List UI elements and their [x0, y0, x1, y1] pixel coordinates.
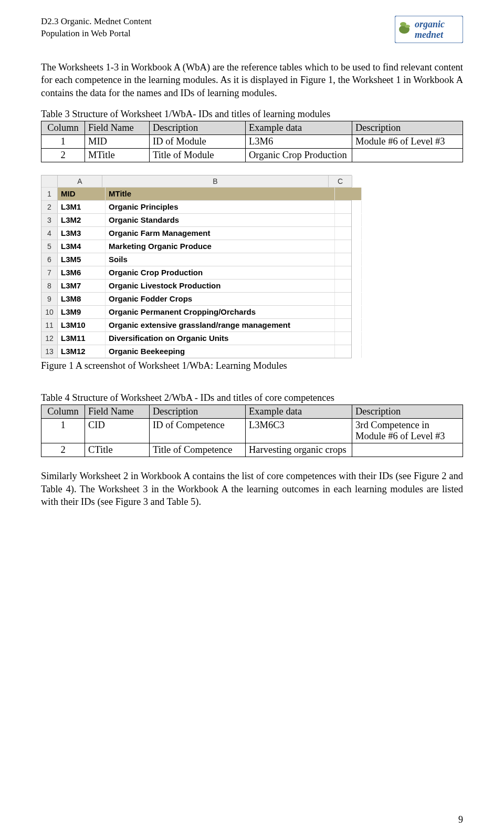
- excel-cell: Organic extensive grassland/range manage…: [106, 319, 335, 332]
- excel-cell: L3M1: [58, 201, 106, 213]
- cell: 1: [41, 419, 85, 443]
- excel-data-row: 5L3M4Marketing Organic Produce: [41, 240, 351, 253]
- table-row: 1 MID ID of Module L3M6 Module #6 of Lev…: [41, 135, 463, 149]
- excel-cell: L3M4: [58, 240, 106, 253]
- excel-screenshot: A B C 1 MID MTitle 2L3M1Organic Principl…: [41, 175, 352, 358]
- table-row: 2 CTitle Title of Competence Harvesting …: [41, 443, 463, 457]
- excel-rownum: 5: [41, 240, 58, 253]
- excel-cell: [335, 188, 362, 200]
- excel-cell: Diversification on Organic Units: [106, 332, 335, 345]
- excel-data-row: 13L3M12Organic Beekeeping: [41, 345, 351, 358]
- excel-data-row: 6L3M5Soils: [41, 253, 351, 266]
- cell: CTitle: [85, 443, 150, 457]
- header-line1: D2.3 Organic. Mednet Content: [41, 16, 152, 28]
- table4-h0: Column: [41, 405, 85, 419]
- cell: L3M6: [246, 135, 352, 149]
- table4-h1: Field Name: [85, 405, 150, 419]
- excel-cell: MTitle: [106, 188, 335, 200]
- table3-header-row: Column Field Name Description Example da…: [41, 121, 463, 135]
- excel-cell: Organic Livestock Production: [106, 279, 335, 292]
- cell: L3M6C3: [246, 419, 352, 443]
- cell: Harvesting organic crops: [246, 443, 352, 457]
- table3-h1: Field Name: [85, 121, 150, 135]
- header-line2: Population in Web Portal: [41, 28, 152, 40]
- table3: Column Field Name Description Example da…: [41, 121, 463, 162]
- excel-data-row: 8L3M7Organic Livestock Production: [41, 279, 351, 293]
- excel-cell: Soils: [106, 253, 335, 266]
- excel-rownum: 7: [41, 266, 58, 279]
- excel-cell: [335, 266, 362, 279]
- excel-cell: L3M7: [58, 279, 106, 292]
- cell: Title of Competence: [150, 443, 246, 457]
- cell: 1: [41, 135, 85, 149]
- page-header: D2.3 Organic. Mednet Content Population …: [41, 16, 463, 43]
- excel-cell: Organic Standards: [106, 214, 335, 226]
- cell: ID of Competence: [150, 419, 246, 443]
- excel-rownum: 10: [41, 306, 58, 318]
- excel-cell: [335, 319, 362, 332]
- excel-row-1: 1 MID MTitle: [41, 188, 351, 201]
- table4-h2: Description: [150, 405, 246, 419]
- table3-h2: Description: [150, 121, 246, 135]
- excel-data-row: 2L3M1Organic Principles: [41, 201, 351, 214]
- table3-caption: Table 3 Structure of Worksheet 1/WbA- ID…: [41, 109, 463, 120]
- excel-cell: L3M5: [58, 253, 106, 266]
- paragraph-2: Similarly Worksheet 2 in Workbook A cont…: [41, 470, 463, 508]
- header-title: D2.3 Organic. Mednet Content Population …: [41, 16, 152, 40]
- excel-corner: [41, 175, 58, 187]
- excel-cell: Organic Farm Management: [106, 227, 335, 240]
- excel-cell: MID: [58, 188, 106, 200]
- cell: MTitle: [85, 149, 150, 162]
- excel-data-row: 11L3M10Organic extensive grassland/range…: [41, 319, 351, 332]
- cell: [352, 149, 463, 162]
- table3-h3: Example data: [246, 121, 352, 135]
- excel-cell: L3M9: [58, 306, 106, 318]
- excel-data-row: 9L3M8Organic Fodder Crops: [41, 293, 351, 306]
- excel-cell: L3M8: [58, 293, 106, 305]
- excel-rownum: 13: [41, 345, 58, 358]
- excel-cell: Organic Beekeeping: [106, 345, 335, 358]
- excel-cell: Organic Permanent Cropping/Orchards: [106, 306, 335, 318]
- excel-data-row: 10L3M9Organic Permanent Cropping/Orchard…: [41, 306, 351, 319]
- table-row: 2 MTitle Title of Module Organic Crop Pr…: [41, 149, 463, 162]
- excel-rownum: 9: [41, 293, 58, 305]
- excel-colhdr-a: A: [58, 175, 102, 187]
- table-row: 1 CID ID of Competence L3M6C3 3rd Compet…: [41, 419, 463, 443]
- page-number: 9: [458, 814, 463, 825]
- cell: ID of Module: [150, 135, 246, 149]
- logo: organic mednet: [395, 16, 463, 43]
- cell: Module #6 of Level #3: [352, 135, 463, 149]
- cell: [352, 443, 463, 457]
- excel-rownum: 6: [41, 253, 58, 266]
- table4-header-row: Column Field Name Description Example da…: [41, 405, 463, 419]
- paragraph-1: The Worksheets 1-3 in Workbook A (WbA) a…: [41, 61, 463, 99]
- excel-cell: L3M6: [58, 266, 106, 279]
- excel-cell: [335, 240, 362, 253]
- excel-cell: [335, 227, 362, 240]
- logo-text-top: organic: [415, 19, 445, 29]
- excel-cell: L3M11: [58, 332, 106, 345]
- excel-rownum: 3: [41, 214, 58, 226]
- excel-cell: L3M12: [58, 345, 106, 358]
- table4-h3: Example data: [246, 405, 352, 419]
- excel-cell: L3M10: [58, 319, 106, 332]
- excel-cell: L3M2: [58, 214, 106, 226]
- excel-cell: [335, 345, 362, 358]
- svg-point-3: [405, 25, 410, 28]
- excel-data-row: 12L3M11Diversification on Organic Units: [41, 332, 351, 345]
- cell: 3rd Competence in Module #6 of Level #3: [352, 419, 463, 443]
- excel-cell: [335, 253, 362, 266]
- excel-data-row: 7L3M6Organic Crop Production: [41, 266, 351, 279]
- excel-cell: Organic Crop Production: [106, 266, 335, 279]
- excel-cell: [335, 214, 362, 226]
- excel-colhdr-b: B: [102, 175, 329, 187]
- excel-colhdr-c: C: [329, 175, 352, 187]
- table4-caption: Table 4 Structure of Worksheet 2/WbA - I…: [41, 392, 463, 403]
- excel-data-row: 3L3M2Organic Standards: [41, 214, 351, 227]
- table4: Column Field Name Description Example da…: [41, 405, 463, 457]
- table4-h4: Description: [352, 405, 463, 419]
- excel-rownum: 12: [41, 332, 58, 345]
- excel-cell: Marketing Organic Produce: [106, 240, 335, 253]
- excel-cell: [335, 332, 362, 345]
- excel-rownum: 4: [41, 227, 58, 240]
